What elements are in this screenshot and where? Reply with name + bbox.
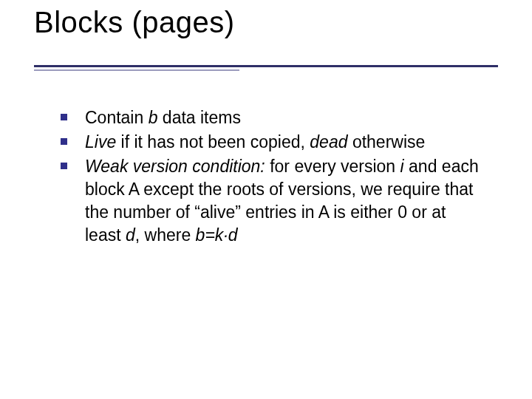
slide-title: Blocks (pages) bbox=[34, 6, 235, 39]
divider-long bbox=[34, 65, 498, 67]
text-run: , where bbox=[135, 225, 196, 245]
italic-run: Weak version condition: bbox=[85, 157, 270, 176]
list-item: Live if it has not been copied, dead oth… bbox=[61, 131, 482, 154]
divider-short bbox=[34, 69, 239, 71]
slide: Blocks (pages) Contain b data items Live… bbox=[0, 0, 532, 399]
italic-run: dead bbox=[310, 132, 347, 151]
slide-body: Contain b data items Live if it has not … bbox=[61, 106, 482, 248]
text-run: Contain bbox=[85, 108, 149, 127]
italic-run: b=k·d bbox=[196, 225, 238, 245]
italic-run: Live bbox=[85, 132, 116, 151]
list-item: Contain b data items bbox=[61, 106, 482, 129]
italic-run: b bbox=[149, 108, 158, 127]
text-run: data items bbox=[157, 108, 241, 127]
text-run: for every version bbox=[270, 157, 400, 176]
list-item: Weak version condition: for every versio… bbox=[61, 155, 482, 247]
bullet-icon bbox=[61, 114, 67, 120]
italic-run: d bbox=[126, 225, 135, 245]
bullet-text: Weak version condition: for every versio… bbox=[85, 155, 482, 247]
text-run: otherwise bbox=[348, 132, 426, 151]
bullet-text: Live if it has not been copied, dead oth… bbox=[85, 131, 425, 154]
bullet-icon bbox=[61, 163, 67, 169]
text-run: if it has not been copied, bbox=[116, 132, 310, 151]
bullet-icon bbox=[61, 138, 67, 145]
bullet-text: Contain b data items bbox=[85, 106, 241, 129]
